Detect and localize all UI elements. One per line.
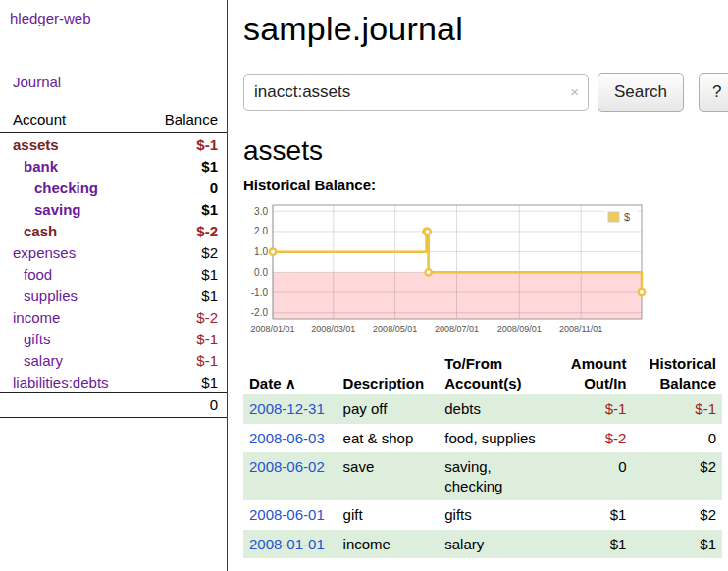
legend-label: $ <box>624 211 630 223</box>
sidebar-account-gifts[interactable]: gifts <box>24 331 51 347</box>
help-button[interactable]: ? <box>699 73 728 112</box>
transaction-date-link[interactable]: 2008-06-03 <box>249 430 325 446</box>
y-tick-label: -1.0 <box>251 287 269 298</box>
register-header-description: Description <box>338 352 440 394</box>
transaction-date-link[interactable]: 2008-06-01 <box>249 506 325 523</box>
x-tick-label: 2008/05/01 <box>373 324 417 334</box>
x-tick-label: 2008/03/01 <box>311 324 355 334</box>
register-row: 2008-06-03eat & shopfood, supplies$-20 <box>243 424 722 453</box>
sidebar-account-balance: $1 <box>138 371 227 393</box>
transaction-description: save <box>338 452 440 500</box>
sidebar-account-liabilities-debts[interactable]: liabilities:debts <box>13 374 109 390</box>
sidebar-account-balance: $-1 <box>138 349 227 371</box>
sidebar-account-balance: $-1 <box>138 328 227 349</box>
historical-balance-chart: 3.02.01.00.0-1.0-2.02008/01/012008/03/01… <box>243 199 650 340</box>
account-name-cell: cash <box>0 220 138 241</box>
legend-swatch <box>608 212 619 222</box>
transaction-date-cell: 2008-01-01 <box>243 530 338 559</box>
account-row: assets$-1 <box>0 133 227 156</box>
sidebar-account-assets[interactable]: assets <box>13 136 59 153</box>
sidebar-account-balance: $1 <box>138 285 227 306</box>
clear-search-icon[interactable]: × <box>570 83 579 100</box>
y-tick-label: 0.0 <box>254 267 268 278</box>
y-tick-label: 1.0 <box>254 246 268 257</box>
transaction-amount: 0 <box>546 452 632 500</box>
account-name-cell: checking <box>0 177 138 198</box>
sidebar-account-expenses[interactable]: expenses <box>13 244 76 261</box>
data-point-marker <box>425 269 431 275</box>
account-row: bank$1 <box>0 155 227 177</box>
sidebar-account-balance: $-2 <box>138 306 227 328</box>
transaction-accounts: food, supplies <box>439 424 546 453</box>
data-point-marker <box>270 248 276 254</box>
account-name-cell: supplies <box>0 285 138 306</box>
register-row: 2008-01-01incomesalary$1$1 <box>243 530 722 559</box>
sidebar-account-checking[interactable]: checking <box>34 180 98 196</box>
sidebar-account-saving[interactable]: saving <box>34 201 81 218</box>
app: hledger-web Journal Account Balance asse… <box>0 0 728 571</box>
register-table: Date ∧ Description To/From Account(s) Am… <box>243 352 722 558</box>
account-row: liabilities:debts$1 <box>0 371 227 393</box>
transaction-amount: $-2 <box>546 424 632 453</box>
sidebar-account-balance: $1 <box>138 263 227 285</box>
account-name-cell: liabilities:debts <box>0 371 138 393</box>
transaction-description: eat & shop <box>338 424 440 453</box>
app-title-link[interactable]: hledger-web <box>10 10 227 26</box>
x-tick-label: 2008/11/01 <box>559 324 602 334</box>
date-header-label: Date <box>249 375 282 391</box>
transaction-date-cell: 2008-06-03 <box>243 424 338 453</box>
account-name-cell: salary <box>0 349 138 371</box>
account-row: expenses$2 <box>0 241 227 263</box>
transaction-date-cell: 2008-12-31 <box>243 394 338 424</box>
sidebar-account-salary[interactable]: salary <box>24 352 63 369</box>
sidebar-account-bank[interactable]: bank <box>24 158 58 175</box>
search-box: × <box>243 74 589 111</box>
data-point-marker <box>424 229 430 234</box>
account-name-cell: assets <box>0 133 138 156</box>
account-row: salary$-1 <box>0 349 227 371</box>
register-body: 2008-12-31pay offdebts$-1$-12008-06-03ea… <box>243 394 722 558</box>
register-header-accounts: To/From Account(s) <box>439 352 546 394</box>
transaction-date-link[interactable]: 2008-06-02 <box>249 458 325 475</box>
account-name-cell: gifts <box>0 328 138 349</box>
search-input[interactable] <box>243 74 589 111</box>
sidebar-account-cash[interactable]: cash <box>24 223 57 239</box>
sidebar-account-income[interactable]: income <box>13 309 60 326</box>
sidebar-account-balance: $-2 <box>138 220 227 241</box>
search-button[interactable]: Search <box>598 73 684 112</box>
transaction-description: pay off <box>338 394 440 424</box>
register-row: 2008-12-31pay offdebts$-1$-1 <box>243 394 722 424</box>
x-tick-label: 2008/09/01 <box>497 324 542 334</box>
transaction-balance: $1 <box>632 530 722 559</box>
register-header-amount: Amount Out/In <box>546 352 632 394</box>
sidebar-account-food[interactable]: food <box>24 266 52 283</box>
account-heading: assets <box>243 135 728 167</box>
register-header-row: Date ∧ Description To/From Account(s) Am… <box>243 352 722 394</box>
transaction-date-link[interactable]: 2008-12-31 <box>249 400 325 417</box>
account-row: cash$-2 <box>0 220 227 241</box>
account-name-cell: food <box>0 263 138 285</box>
sidebar-account-balance: 0 <box>138 177 227 198</box>
accounts-total-row: 0 <box>0 393 227 418</box>
accounts-table: Account Balance assets$-1bank$1checking0… <box>0 108 227 418</box>
accounts-body: assets$-1bank$1checking0saving$1cash$-2e… <box>0 133 227 393</box>
chart-negative-region <box>273 272 642 319</box>
transaction-date-link[interactable]: 2008-01-01 <box>249 536 325 552</box>
sidebar-item-journal[interactable]: Journal <box>13 74 227 90</box>
account-name-cell: saving <box>0 198 138 220</box>
account-row: gifts$-1 <box>0 328 227 349</box>
account-row: saving$1 <box>0 198 227 220</box>
accounts-header-balance: Balance <box>138 108 227 133</box>
account-row: supplies$1 <box>0 285 227 306</box>
accounts-total-spacer <box>0 393 138 418</box>
x-tick-label: 2008/01/01 <box>250 324 294 334</box>
transaction-date-cell: 2008-06-01 <box>243 500 338 530</box>
transaction-balance: $-1 <box>632 394 722 424</box>
register-header-date[interactable]: Date ∧ <box>243 352 338 394</box>
sort-asc-icon: ∧ <box>286 375 296 391</box>
transaction-balance: $2 <box>632 500 722 530</box>
y-tick-label: -2.0 <box>251 307 269 318</box>
account-name-cell: bank <box>0 155 138 177</box>
sidebar-account-supplies[interactable]: supplies <box>24 287 78 304</box>
main-content: sample.journal × Search ? assets Histori… <box>228 0 728 571</box>
